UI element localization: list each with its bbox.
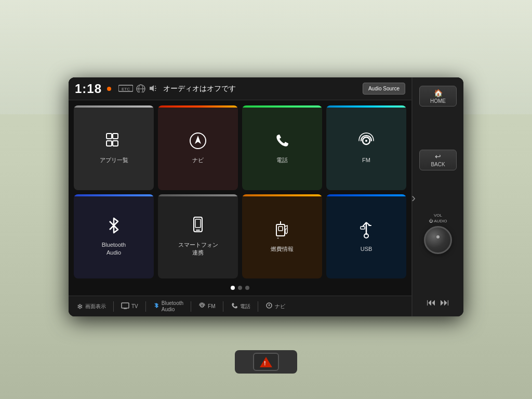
grid-cell-usb[interactable]: USB: [326, 194, 406, 279]
navi-bottom-label: ナビ: [275, 303, 285, 310]
bottom-tv-item[interactable]: TV: [117, 300, 142, 313]
bottom-navi-item[interactable]: ナビ: [261, 300, 289, 313]
prev-track-button[interactable]: ⏮: [427, 297, 436, 308]
snowflake-icon: ❄: [77, 302, 83, 311]
navi-label: ナビ: [192, 156, 204, 164]
svg-marker-35: [268, 303, 270, 307]
phone-bottom-icon: [231, 302, 238, 311]
vol-knob-dot: [436, 235, 440, 238]
grid-cell-fm[interactable]: FM: [326, 105, 406, 190]
svg-rect-27: [361, 227, 365, 229]
alert-dot: [107, 87, 111, 91]
dot-2: [238, 286, 242, 290]
dot-1: [231, 286, 235, 290]
svg-marker-5: [150, 85, 154, 91]
grid-cell-smartphone[interactable]: スマートフォン連携: [158, 194, 238, 279]
svg-rect-9: [107, 134, 112, 139]
fuel-label: 燃費情報: [271, 245, 294, 252]
back-icon: ↩: [435, 152, 441, 161]
svg-rect-30: [122, 303, 129, 308]
status-bar: 1:18 ETC: [69, 77, 411, 100]
grid-cell-bluetooth[interactable]: BluetoothAudio: [74, 194, 154, 279]
sep-1: [113, 301, 114, 312]
svg-point-33: [202, 305, 203, 306]
grid-row-2: BluetoothAudio スマートフォン連携: [74, 194, 406, 279]
fuel-icon: +: [274, 220, 290, 243]
svg-text:+: +: [277, 236, 279, 239]
svg-text:ETC: ETC: [122, 87, 130, 91]
grid-area: アプリ一覧 ナビ: [69, 100, 411, 296]
sep-5: [258, 301, 258, 312]
grid-row-1: アプリ一覧 ナビ: [74, 105, 406, 190]
etc-icon: ETC: [118, 84, 133, 94]
grid-cell-app-list[interactable]: アプリ一覧: [74, 105, 154, 190]
svg-point-16: [365, 140, 367, 142]
smartphone-icon: [191, 216, 205, 239]
back-label: BACK: [431, 162, 445, 167]
car-unit: 1:18 ETC: [53, 67, 479, 342]
svg-rect-21: [278, 227, 283, 231]
vol-knob-area: VOL⏻ AUDIO: [424, 213, 452, 254]
dot-3: [245, 286, 249, 290]
audio-status-text: オーディオはオフです: [163, 84, 236, 94]
bluetooth-icon: [105, 216, 122, 239]
right-panel: 🏠 HOME ↩ BACK VOL⏻ AUDIO ⏮ ⏭: [411, 77, 463, 316]
smartphone-label: スマートフォン連携: [178, 241, 218, 256]
vol-audio-label: VOL⏻ AUDIO: [429, 213, 447, 224]
back-button[interactable]: ↩ BACK: [419, 150, 457, 170]
navi-icon: [189, 131, 207, 154]
svg-rect-19: [195, 219, 201, 228]
home-button[interactable]: 🏠 HOME: [419, 86, 457, 107]
signal-icon: [136, 84, 145, 94]
app-list-label: アプリ一覧: [100, 156, 128, 164]
chevron-right-icon[interactable]: ›: [411, 191, 416, 205]
bt-audio-label: BluetoothAudio: [162, 300, 183, 313]
sep-2: [145, 301, 146, 312]
phone-icon: [273, 131, 291, 154]
svg-rect-10: [113, 134, 118, 139]
hazard-button[interactable]: [253, 353, 279, 371]
hazard-area: [235, 350, 297, 374]
status-icons: ETC: [118, 84, 157, 94]
sep-4: [223, 301, 223, 312]
fm-icon: [357, 131, 376, 154]
bottom-bar: ❄ 画面表示 TV BluetoothAudio: [69, 296, 411, 316]
fm-bottom-icon: [198, 302, 206, 311]
next-track-button[interactable]: ⏭: [440, 297, 449, 308]
fm-label: FM: [362, 156, 370, 164]
tv-icon: [121, 302, 129, 311]
bottom-screen-item[interactable]: ❄ 画面表示: [73, 300, 110, 313]
usb-label: USB: [361, 245, 373, 252]
audio-icon: [149, 84, 157, 94]
sep-3: [191, 301, 191, 312]
bluetooth-label: BluetoothAudio: [102, 241, 126, 256]
phone-label: 電話: [276, 156, 288, 164]
fm-bottom-label: FM: [208, 303, 215, 309]
svg-rect-11: [107, 141, 112, 146]
page-dots: [74, 283, 406, 293]
bottom-fm-item[interactable]: FM: [194, 300, 219, 313]
svg-marker-14: [195, 136, 201, 144]
usb-icon: [358, 220, 374, 243]
bottom-phone-item[interactable]: 電話: [227, 300, 255, 313]
app-list-icon: [104, 131, 123, 154]
navi-bottom-icon: [265, 302, 273, 311]
bt-small-icon: [153, 301, 159, 311]
tv-label: TV: [131, 303, 138, 309]
clock: 1:18: [75, 82, 102, 96]
vol-knob[interactable]: [424, 226, 452, 254]
screen-body: 1:18 ETC: [69, 77, 463, 316]
svg-rect-12: [113, 141, 118, 146]
grid-cell-phone[interactable]: 電話: [242, 105, 322, 190]
phone-bottom-label: 電話: [240, 303, 250, 310]
grid-cell-navi[interactable]: ナビ: [158, 105, 238, 190]
bottom-bt-item[interactable]: BluetoothAudio: [149, 298, 188, 315]
home-icon: 🏠: [434, 89, 443, 97]
media-buttons: ⏮ ⏭: [427, 297, 449, 308]
hazard-icon: [260, 357, 272, 367]
screen-label: 画面表示: [85, 303, 106, 310]
audio-source-button[interactable]: Audio Source: [363, 83, 405, 95]
screen-left: 1:18 ETC: [69, 77, 411, 316]
home-label: HOME: [430, 98, 446, 104]
grid-cell-fuel[interactable]: + 燃費情報: [242, 194, 322, 279]
